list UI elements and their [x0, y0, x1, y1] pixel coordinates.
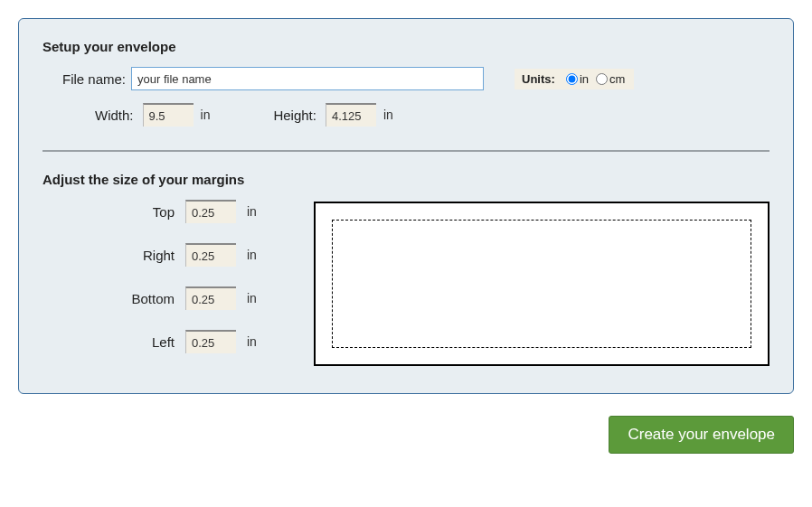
height-label: Height: — [273, 108, 316, 123]
unit-in-option[interactable]: in — [562, 72, 589, 86]
filename-label: File name: — [62, 71, 126, 87]
margin-right-row: Right in — [42, 243, 269, 267]
margin-right-input[interactable] — [185, 243, 236, 267]
margin-left-label: Left — [42, 334, 175, 350]
margin-left-unit: in — [247, 334, 269, 349]
envelope-preview — [314, 202, 770, 366]
margin-left-row: Left in — [42, 330, 269, 353]
envelope-preview-margin — [332, 220, 751, 348]
units-box: Units: in cm — [515, 69, 634, 89]
width-input[interactable] — [143, 103, 194, 127]
units-label: Units: — [522, 72, 555, 86]
unit-cm-text: cm — [609, 72, 625, 86]
height-group: Height: in — [273, 103, 392, 127]
filename-input[interactable] — [131, 67, 484, 90]
action-row: Create your envelope — [18, 416, 794, 454]
margin-bottom-input[interactable] — [185, 286, 236, 310]
unit-cm-option[interactable]: cm — [592, 72, 625, 86]
width-label: Width: — [95, 108, 134, 123]
margin-left-input[interactable] — [185, 330, 236, 353]
margin-top-row: Top in — [42, 200, 269, 223]
margin-top-unit: in — [247, 204, 269, 219]
unit-in-text: in — [580, 72, 589, 86]
width-unit: in — [201, 108, 211, 122]
margin-bottom-label: Bottom — [42, 291, 175, 306]
margins-controls: Top in Right in Bottom in Left in — [42, 200, 269, 353]
setup-heading: Setup your envelope — [42, 39, 770, 54]
margin-top-label: Top — [42, 204, 175, 220]
dimensions-row: Width: in Height: in — [42, 103, 770, 127]
margin-top-input[interactable] — [185, 200, 236, 223]
unit-cm-radio[interactable] — [596, 73, 608, 85]
envelope-setup-panel: Setup your envelope File name: Units: in… — [18, 18, 794, 394]
filename-row: File name: Units: in cm — [42, 67, 770, 90]
unit-in-radio[interactable] — [566, 73, 578, 85]
margin-right-unit: in — [247, 248, 269, 262]
create-envelope-button[interactable]: Create your envelope — [609, 416, 794, 454]
margins-area: Top in Right in Bottom in Left in — [42, 200, 770, 366]
margin-right-label: Right — [42, 248, 175, 263]
margin-bottom-row: Bottom in — [42, 286, 269, 310]
margins-heading: Adjust the size of your margins — [42, 172, 770, 187]
width-group: Width: in — [95, 103, 210, 127]
margin-bottom-unit: in — [247, 291, 269, 305]
height-input[interactable] — [326, 103, 376, 127]
height-unit: in — [383, 108, 393, 122]
section-divider — [42, 150, 770, 152]
